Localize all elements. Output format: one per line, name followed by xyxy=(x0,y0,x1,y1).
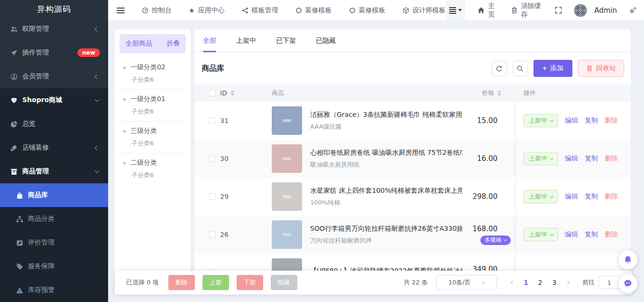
col-price-label[interactable]: 价格 xyxy=(482,89,494,97)
caret-down-icon xyxy=(458,9,462,11)
page-3-button[interactable]: 3 xyxy=(547,279,561,286)
copy-link[interactable]: 复制 xyxy=(585,116,598,125)
sidebar-item-stock-warning[interactable]: 库存预警 xyxy=(0,278,108,302)
prev-page-button[interactable] xyxy=(511,281,515,284)
product-thumbnail[interactable] xyxy=(272,182,302,211)
tab-off-sale[interactable]: 已下架 xyxy=(276,29,296,52)
edit-link[interactable]: 编辑 xyxy=(565,192,578,201)
tab-all[interactable]: 全部 xyxy=(203,29,216,52)
edit-link[interactable]: 编辑 xyxy=(565,116,578,125)
sidebar-item-review-management[interactable]: 评价管理 xyxy=(0,231,108,255)
category-panel-header: 全部商品 折叠 xyxy=(120,34,186,53)
sidebar-item-product-categories[interactable]: 商品分类 xyxy=(0,207,108,231)
nav-template-management[interactable]: 模板管理 xyxy=(242,6,278,15)
next-page-button[interactable] xyxy=(566,281,570,284)
sort-icon[interactable] xyxy=(497,90,501,96)
user-menu[interactable]: Admin xyxy=(574,4,617,17)
sidebar-item-shop-decoration[interactable]: 店铺装修 xyxy=(0,136,108,160)
goto-page-input[interactable] xyxy=(598,276,620,289)
category-subnode[interactable]: 子分类6 xyxy=(131,107,186,116)
batch-off-sale-button[interactable]: 下架 xyxy=(237,275,263,290)
recycle-bin-button[interactable]: 回收站 xyxy=(578,60,624,77)
page-size-select[interactable]: 10条/页 xyxy=(436,275,497,290)
row-checkbox[interactable] xyxy=(209,155,216,162)
nav-console[interactable]: 控制台 xyxy=(142,6,172,15)
row-checkbox[interactable] xyxy=(209,117,216,124)
product-thumbnail[interactable] xyxy=(272,106,302,135)
select-all-checkbox[interactable] xyxy=(209,90,216,96)
category-node[interactable]: ▶ 三级分类 xyxy=(123,127,186,135)
row-checkbox[interactable] xyxy=(209,193,216,200)
copy-link[interactable]: 复制 xyxy=(585,154,598,163)
fullscreen-button[interactable] xyxy=(555,7,562,14)
sidebar-item-service-guarantee[interactable]: 服务保障 xyxy=(0,255,108,278)
sidebar-item-plugins[interactable]: 插件管理 new xyxy=(0,41,108,65)
category-node[interactable]: ▶ 一级分类02 xyxy=(123,63,186,72)
product-title[interactable]: 水星家纺 床上四件套100%纯棉被套床单枕套床上用... xyxy=(310,187,462,195)
settings-button[interactable] xyxy=(629,7,636,14)
category-subnode[interactable]: 子分类6 xyxy=(131,171,186,179)
col-id-label[interactable]: ID xyxy=(220,89,227,97)
status-dropdown-button[interactable]: 上架中 xyxy=(524,190,558,203)
copy-link[interactable]: 复制 xyxy=(585,192,598,201)
row-checkbox[interactable] xyxy=(209,231,216,238)
chat-button[interactable] xyxy=(618,274,637,293)
tab-hidden[interactable]: 已隐藏 xyxy=(316,29,336,52)
page-1-button[interactable]: 1 xyxy=(519,279,533,286)
category-node[interactable]: ▶ 二级分类 xyxy=(123,159,186,167)
chevron-down-icon xyxy=(550,194,553,198)
copy-link[interactable]: 复制 xyxy=(585,230,598,239)
menu-toggle[interactable] xyxy=(117,6,125,15)
sort-icon[interactable] xyxy=(230,90,234,96)
status-dropdown-button[interactable]: 上架中 xyxy=(524,152,558,165)
collapse-button[interactable]: 折叠 xyxy=(166,39,180,48)
delete-link[interactable]: 删除 xyxy=(605,192,618,201)
delete-link[interactable]: 删除 xyxy=(605,116,618,125)
tab-on-sale[interactable]: 上架中 xyxy=(236,29,256,52)
sidebar-item-shopro[interactable]: Shopro商城 xyxy=(0,88,108,112)
batch-on-sale-button[interactable]: 上架 xyxy=(202,275,229,290)
category-item: ▶ 三级分类 子分类6 xyxy=(120,122,186,153)
nav-home[interactable]: 主页 xyxy=(478,2,498,19)
notification-button[interactable] xyxy=(618,250,637,269)
add-button[interactable]: + 添加 xyxy=(534,60,572,77)
col-actions-label: 操作 xyxy=(524,89,536,97)
batch-hide-button[interactable]: 隐藏 xyxy=(271,275,297,290)
sidebar-item-product-library[interactable]: 商品库 xyxy=(0,183,108,207)
product-title[interactable]: 洁丽雅（Grace）3条抗菌新疆棉毛巾 纯棉柔软家用... xyxy=(310,111,462,119)
sidebar-item-product-management[interactable]: 商品管理 xyxy=(0,160,108,183)
table-header: ID 商品 价格 操作 xyxy=(194,85,631,102)
category-panel-title[interactable]: 全部商品 xyxy=(126,39,152,48)
sidebar-item-overview[interactable]: 总览 xyxy=(0,112,108,136)
caret-right-icon: ▶ xyxy=(123,160,127,165)
nav-designer-template[interactable]: 设计师模板 xyxy=(403,6,446,15)
sidebar-item-permissions[interactable]: 权限管理 xyxy=(0,17,108,41)
batch-delete-button[interactable]: 删除 xyxy=(168,275,195,290)
nav-app-center[interactable]: ★ 应用中心 xyxy=(189,6,225,15)
category-subnode[interactable]: 子分类6 xyxy=(131,76,186,84)
delete-link[interactable]: 删除 xyxy=(605,230,618,239)
product-title[interactable]: 心相印卷纸厨房卷纸 吸油吸水厨房用纸 75节2卷纸巾... xyxy=(310,149,462,157)
product-thumbnail[interactable] xyxy=(272,220,302,249)
warning-icon xyxy=(16,287,23,294)
nav-clear-cache[interactable]: 清除缓存 xyxy=(511,2,543,19)
multi-spec-dropdown[interactable]: 多规格 xyxy=(480,236,511,245)
new-badge: new xyxy=(77,48,100,57)
refresh-button[interactable] xyxy=(492,61,507,76)
edit-link[interactable]: 编辑 xyxy=(565,230,578,239)
page-2-button[interactable]: 2 xyxy=(533,279,547,286)
chevron-down-icon xyxy=(550,156,553,160)
layout-menu-dropdown[interactable] xyxy=(446,0,466,21)
delete-link[interactable]: 删除 xyxy=(605,154,618,163)
search-button[interactable] xyxy=(513,61,528,76)
nav-decoration-template-2[interactable]: 装修模板 xyxy=(349,6,386,15)
sidebar-item-members[interactable]: 会员管理 xyxy=(0,65,108,88)
product-title[interactable]: SOO行李箱男万向轮拉杆箱耐磨抗摔26英寸A330旅... xyxy=(310,225,462,233)
product-thumbnail[interactable] xyxy=(272,144,302,173)
status-dropdown-button[interactable]: 上架中 xyxy=(524,114,558,127)
category-node[interactable]: ▶ 一级分类01 xyxy=(123,95,186,104)
edit-link[interactable]: 编辑 xyxy=(565,154,578,163)
category-subnode[interactable]: 子分类6 xyxy=(131,139,186,148)
nav-decoration-template-1[interactable]: 装修模板 xyxy=(295,6,332,15)
status-dropdown-button[interactable]: 上架中 xyxy=(524,228,558,241)
